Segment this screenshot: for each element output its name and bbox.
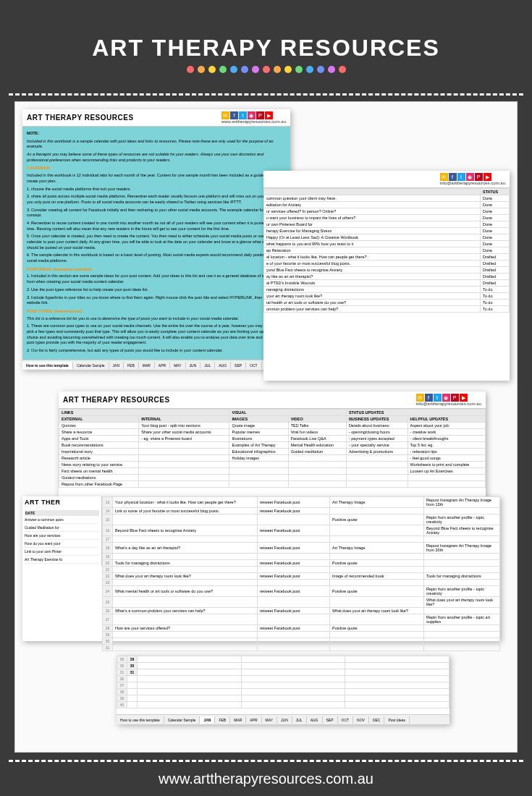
table-row: ay like as an art therapist?Drafted — [264, 274, 510, 280]
table-row: Fact sheets on mental healthLoosen up Ar… — [59, 468, 486, 475]
table-row: ur own Pinterest Board for Done — [264, 221, 510, 228]
table-row: tal health or art tools or software do y… — [264, 300, 510, 306]
tab-calendar-sample[interactable]: Calendar Sample — [164, 716, 200, 724]
post-types-sheet: ART THERAPY RESOURCES ✉ft◉P▶ info@artthe… — [59, 391, 486, 507]
tab-aug[interactable]: AUG — [215, 362, 231, 369]
table-row: 31 — [103, 645, 500, 651]
table-row: 21 — [103, 567, 500, 573]
table-row: ep RelaxationDone — [264, 247, 510, 254]
table-row: Happy (Or at Least Less Sad): A Creative… — [264, 234, 510, 241]
table-row: 22What does your art therapy room look l… — [103, 573, 500, 580]
table-row: 23 — [103, 580, 500, 586]
social-icons: ✉ft◉P▶ — [221, 111, 286, 119]
pinterest-icon[interactable]: P — [475, 173, 483, 181]
table-row: herapy Exercise for Managing StressDone — [264, 228, 510, 234]
tab-may[interactable]: MAY — [262, 716, 277, 724]
calendar-sheet: ART THER DATE Answer a common quesGuided… — [22, 496, 500, 641]
tab-jun[interactable]: JUN — [186, 362, 201, 369]
tab-sep[interactable]: SEP — [323, 716, 338, 724]
table-row: yond Blue Fact sheets to recognise Anxie… — [264, 267, 510, 274]
header-banner: ART THERAPY RESOURCES — [9, 9, 523, 96]
instagram-icon[interactable]: ◉ — [248, 111, 256, 119]
table-row: 30 — [103, 638, 500, 645]
youtube-icon[interactable]: ▶ — [484, 173, 491, 181]
page-title: ART THERAPY RESOURCES — [92, 35, 440, 62]
tab-how-to-use-this-template[interactable]: How to use this template — [22, 362, 73, 369]
tab-aug[interactable]: AUG — [307, 716, 323, 724]
table-row: 16Beyond Blue Fact sheets to recognise A… — [103, 525, 500, 536]
decorative-dots — [187, 66, 346, 73]
email-icon[interactable]: ✉ — [221, 111, 229, 119]
tab-feb[interactable]: FEB — [215, 716, 230, 724]
table-row: 26What's a common problem your services … — [103, 608, 500, 614]
tab-dec[interactable]: DEC — [369, 716, 385, 724]
post-types-table: LINKSVISUALSTATUS UPDATES EXTERNALINTERN… — [59, 409, 486, 488]
table-row: ommon problem your services can help?To … — [264, 306, 510, 313]
tab-mar[interactable]: MAR — [230, 716, 246, 724]
tab-nov[interactable]: NOV — [353, 716, 369, 724]
tab-sep[interactable]: SEP — [231, 362, 246, 369]
table-row: ur services offered? In person? Online?D… — [264, 208, 510, 215]
table-row: common question your client may have.Don… — [264, 195, 510, 202]
table-row: 15Positive quoteRepin from another profi… — [103, 515, 500, 525]
table-row: 25What does your art therapy room look l… — [103, 597, 500, 608]
twitter-icon[interactable]: t — [434, 394, 442, 402]
pinterest-icon[interactable]: P — [451, 394, 459, 402]
facebook-icon[interactable]: f — [230, 111, 238, 119]
twitter-icon[interactable]: t — [457, 173, 465, 181]
tab-post-ideas[interactable]: Post Ideas — [384, 716, 410, 724]
table-row: Inspirational storyEducational infograph… — [59, 449, 486, 455]
table-row: 13Your physical location - what it looks… — [103, 497, 500, 508]
table-row: editation for AnxietyDone — [264, 202, 510, 208]
tab-jul[interactable]: JUL — [200, 362, 215, 369]
table-row: QuizzesYour blog post - split into secti… — [59, 423, 486, 429]
tab-mar[interactable]: MAR — [139, 362, 155, 369]
table-row: 19 — [103, 554, 500, 560]
footer: www.arttherapyresources.com.au — [9, 760, 523, 796]
tab-may[interactable]: MAY — [170, 362, 185, 369]
table-row: Share a resourceShare your other social … — [59, 429, 486, 436]
youtube-icon[interactable]: ▶ — [460, 394, 468, 402]
brand-logo: ART THERAPY RESOURCES — [27, 114, 134, 122]
status-sheet: ✉ft◉P▶ info@arttherapyresources.com.au S… — [263, 171, 510, 381]
youtube-icon[interactable]: ▶ — [265, 111, 273, 119]
table-row: al PTSD's Invisible WoundsDrafted — [264, 280, 510, 287]
facebook-icon[interactable]: f — [449, 173, 457, 181]
table-row: Repost from other Facebook Page — [59, 481, 486, 488]
tab-oct[interactable]: OCT — [246, 362, 262, 369]
tab-apr[interactable]: APR — [246, 716, 261, 724]
pinterest-icon[interactable]: P — [256, 111, 264, 119]
table-row: al location - what it looks like. How ca… — [264, 254, 510, 261]
tab-oct[interactable]: OCT — [338, 716, 354, 724]
table-row: Book recommendationsExamples of Art Ther… — [59, 442, 486, 449]
table-row: e of your favorite or most successful bl… — [264, 261, 510, 267]
table-row: 18What's a day like as an art therapist?… — [103, 543, 500, 554]
calendar-table: 13Your physical location - what it looks… — [102, 496, 500, 651]
sheet-tabs: How to use this templateCalendar SampleJ… — [22, 360, 290, 370]
facebook-icon[interactable]: f — [425, 394, 433, 402]
footer-url: www.arttherapyresources.com.au — [159, 771, 373, 787]
tab-feb[interactable]: FEB — [124, 362, 139, 369]
table-row: 29 — [103, 632, 500, 638]
email-icon[interactable]: ✉ — [416, 394, 424, 402]
table-row: nanaging distractionsTo do — [264, 287, 510, 293]
table-row: u want your business to impact the lives… — [264, 215, 510, 221]
status-table: STATUS common question your client may h… — [263, 188, 510, 313]
table-row: Apps and Tools- eg. share a Pinterest bo… — [59, 436, 486, 442]
tab-jan[interactable]: JAN — [200, 716, 215, 724]
instagram-icon[interactable]: ◉ — [466, 173, 474, 181]
tab-apr[interactable]: APR — [155, 362, 170, 369]
twitter-icon[interactable]: t — [239, 111, 247, 119]
tab-jan[interactable]: JAN — [109, 362, 124, 369]
table-row: 24What mental health or art tools or sof… — [103, 586, 500, 597]
table-row: Guided meditations — [59, 475, 486, 481]
table-row: Research articleHoliday images- feel goo… — [59, 455, 486, 462]
table-row: 27Repin from another profile - topic art… — [103, 614, 500, 625]
email-icon[interactable]: ✉ — [440, 173, 448, 181]
instagram-icon[interactable]: ◉ — [442, 394, 450, 402]
table-row: 20Tools for managing distractionsretweet… — [103, 560, 500, 567]
tab-calendar-sample[interactable]: Calendar Sample — [73, 362, 109, 369]
tab-jun[interactable]: JUN — [277, 716, 292, 724]
tab-how-to-use-this-template[interactable]: How to use this template — [117, 716, 164, 724]
tab-jul[interactable]: JUL — [292, 716, 307, 724]
